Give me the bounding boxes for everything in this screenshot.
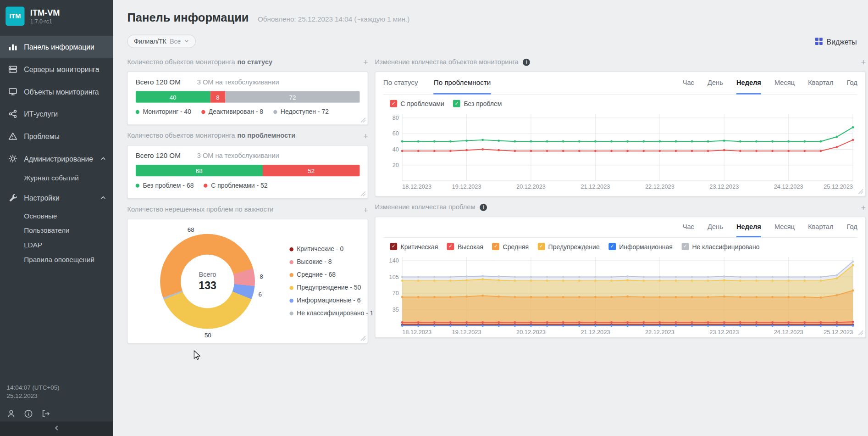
legend-label: Не классифицировано - 1 xyxy=(297,310,373,317)
total-om-label: Всего 120 ОМ xyxy=(136,78,181,86)
drag-handle-icon[interactable] xyxy=(363,205,368,213)
legend-checkbox-item[interactable]: Без проблем xyxy=(453,100,502,107)
chart-legend: С проблемамиБез проблем xyxy=(390,100,857,107)
tab-time-range[interactable]: Час xyxy=(683,72,694,95)
tab-time-range[interactable]: Неделя xyxy=(736,217,761,237)
widgets-button[interactable]: Виджеты xyxy=(815,34,857,49)
svg-text:20.12.2023: 20.12.2023 xyxy=(516,329,546,335)
tab-time-range[interactable]: Час xyxy=(683,217,694,237)
sidebar-item-settings-users[interactable]: Пользователи xyxy=(0,224,113,238)
svg-text:25.12.2023: 25.12.2023 xyxy=(824,183,853,190)
chart-legend: КритическаяВысокаяСредняяПредупреждениеИ… xyxy=(390,243,857,250)
legend-checkbox-item[interactable]: Критическая xyxy=(390,243,438,250)
severity-legend: Критические - 0Высокие - 8Средние - 68Пр… xyxy=(289,246,373,317)
legend-dot xyxy=(289,285,293,290)
user-icon[interactable] xyxy=(7,409,16,418)
legend-dot xyxy=(289,311,293,315)
resize-handle-icon[interactable] xyxy=(360,117,366,123)
legend-label: Высокие - 8 xyxy=(297,258,332,265)
legend-checkbox-item[interactable]: Высокая xyxy=(447,243,483,250)
resize-handle-icon[interactable] xyxy=(858,189,863,194)
checkbox-icon[interactable] xyxy=(681,243,689,250)
branch-filter-chip[interactable]: Филиал/ТК Все xyxy=(127,34,196,48)
chart-controls-row: По статусуПо проблемности ЧасДеньНеделяМ… xyxy=(383,72,857,95)
sidebar-collapse-button[interactable] xyxy=(0,422,113,436)
checkbox-icon[interactable] xyxy=(453,100,460,107)
bar-segment: 40 xyxy=(136,91,210,103)
widget-title-text: Количество объектов мониторинга xyxy=(127,58,235,66)
donut-slice-label: 50 xyxy=(205,332,211,339)
app-brand: ITM ITM-VM 1.7.0-rc1 xyxy=(0,0,113,31)
wrench-icon xyxy=(8,193,18,202)
info-icon[interactable] xyxy=(24,409,33,418)
resize-handle-icon[interactable] xyxy=(360,191,366,196)
legend-label: Критические - 0 xyxy=(297,246,343,252)
legend-checkbox-item[interactable]: Не классифицировано xyxy=(681,243,759,250)
maintenance-label: 3 ОМ на техобслуживании xyxy=(197,78,279,86)
svg-text:24.12.2023: 24.12.2023 xyxy=(774,183,803,190)
legend-checkbox-item[interactable]: Информационная xyxy=(608,243,673,250)
svg-text:40: 40 xyxy=(393,146,399,153)
widget-title: Количество нерешенных проблем по важност… xyxy=(127,206,368,213)
widgets-column-right: Изменение количества объектов мониторинг… xyxy=(375,58,866,345)
checkbox-icon[interactable] xyxy=(390,100,397,107)
widget-om-by-status: Количество объектов мониторинга по стату… xyxy=(127,58,368,125)
sidebar-item-label: ИТ-услуги xyxy=(24,110,58,118)
drag-handle-icon[interactable] xyxy=(363,132,368,140)
checkbox-icon[interactable] xyxy=(537,243,545,250)
tab-time-range[interactable]: День xyxy=(708,72,723,95)
checkbox-icon[interactable] xyxy=(492,243,499,250)
resize-handle-icon[interactable] xyxy=(360,335,366,341)
grid-icon xyxy=(815,37,823,47)
sidebar-item-settings[interactable]: Настройки xyxy=(0,186,113,209)
tab-time-range[interactable]: Месяц xyxy=(774,217,795,237)
sidebar-item-problems[interactable]: Проблемы xyxy=(0,125,113,148)
legend-item: Критические - 0 xyxy=(289,246,373,252)
logout-icon[interactable] xyxy=(41,409,50,418)
tab-time-range[interactable]: Неделя xyxy=(736,72,761,95)
legend-checkbox-item[interactable]: Средняя xyxy=(492,243,529,250)
sidebar-item-settings-alert-rules[interactable]: Правила оповещений xyxy=(0,252,113,267)
sidebar-item-servers[interactable]: Серверы мониторинга xyxy=(0,58,113,81)
app-name: ITM-VM xyxy=(30,8,60,17)
sidebar-item-it-services[interactable]: ИТ-услуги xyxy=(0,103,113,125)
checkbox-icon[interactable] xyxy=(447,243,454,250)
donut-slice-label: 6 xyxy=(258,291,261,297)
info-icon[interactable] xyxy=(523,58,530,66)
sidebar-item-event-log[interactable]: Журнал событий xyxy=(0,170,113,186)
app-version: 1.7.0-rc1 xyxy=(30,18,60,24)
tab-chart-mode[interactable]: По проблемности xyxy=(434,72,491,95)
tab-time-range[interactable]: Квартал xyxy=(808,217,833,237)
legend-label: Мониторинг - 40 xyxy=(143,108,191,115)
tab-time-range[interactable]: Месяц xyxy=(774,72,795,95)
sidebar-item-label: Панель информации xyxy=(24,43,94,51)
tab-time-range[interactable]: Квартал xyxy=(808,72,833,95)
drag-handle-icon[interactable] xyxy=(363,58,368,66)
tab-time-range[interactable]: День xyxy=(708,217,723,237)
chevron-left-icon xyxy=(53,424,61,434)
tab-time-range[interactable]: Год xyxy=(847,72,857,95)
widget-title-text: Количество нерешенных проблем по важност… xyxy=(127,206,273,213)
legend-dot xyxy=(273,110,277,114)
legend-item: Высокие - 8 xyxy=(289,258,373,265)
sidebar-item-objects[interactable]: Объекты мониторинга xyxy=(0,80,113,103)
svg-text:60: 60 xyxy=(393,130,399,137)
filter-label: Филиал/ТК xyxy=(134,38,166,45)
sidebar-item-dashboard[interactable]: Панель информации xyxy=(0,36,113,58)
drag-handle-icon[interactable] xyxy=(861,203,866,211)
resize-handle-icon[interactable] xyxy=(858,330,863,335)
sidebar-item-settings-basic[interactable]: Основные xyxy=(0,209,113,224)
legend-item: Предупреждение - 50 xyxy=(289,284,373,291)
tab-chart-mode[interactable]: По статусу xyxy=(383,72,418,95)
drag-handle-icon[interactable] xyxy=(861,58,866,66)
sidebar-item-administration[interactable]: Администрирование xyxy=(0,147,113,170)
checkbox-icon[interactable] xyxy=(608,243,616,250)
legend-checkbox-item[interactable]: С проблемами xyxy=(390,100,444,107)
legend-checkbox-item[interactable]: Предупреждение xyxy=(537,243,599,250)
info-icon[interactable] xyxy=(480,203,487,211)
page-title: Панель информации xyxy=(127,11,249,24)
checkbox-icon[interactable] xyxy=(390,243,397,250)
sidebar-item-settings-ldap[interactable]: LDAP xyxy=(0,238,113,252)
tab-time-range[interactable]: Год xyxy=(847,217,857,237)
widget-om-change: Изменение количества объектов мониторинг… xyxy=(375,58,866,197)
